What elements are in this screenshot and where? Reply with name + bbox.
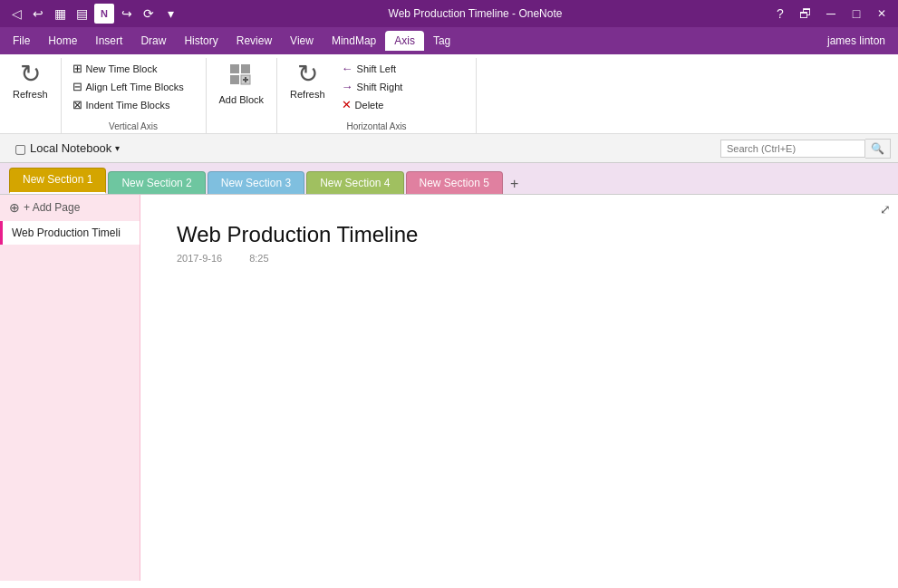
tab-new-section-2[interactable]: New Section 2 <box>108 171 205 194</box>
new-time-block-icon: ⊞ <box>72 62 82 75</box>
undo-icon[interactable]: ↩ <box>29 5 47 23</box>
shift-left-icon: ← <box>342 62 353 75</box>
menu-axis[interactable]: Axis <box>385 31 424 51</box>
window-title: Web Production Timeline - OneNote <box>179 7 771 20</box>
search-input[interactable] <box>720 140 865 158</box>
svg-rect-2 <box>230 75 239 84</box>
refresh-left-icon: ↻ <box>20 62 41 87</box>
shift-left-btn[interactable]: ← Shift Left <box>338 60 407 77</box>
page-time: 8:25 <box>249 253 268 264</box>
title-bar-left-icons: ◁ ↩ ▦ ▤ N ↪ ⟳ ▾ <box>7 4 179 24</box>
maximize-icon[interactable]: □ <box>847 5 865 23</box>
add-page-icon: ⊕ <box>9 200 20 215</box>
align-left-icon: ⊟ <box>72 80 82 93</box>
page-web-production[interactable]: Web Production Timeli <box>0 221 140 245</box>
vertical-axis-buttons: ⊞ New Time Block ⊟ Align Left Time Block… <box>69 58 188 120</box>
delete-btn[interactable]: ✕ Delete <box>338 96 407 113</box>
tab-new-section-3[interactable]: New Section 3 <box>208 171 304 194</box>
notebook-bar: ▢ Local Notebook ▾ 🔍 <box>0 134 898 163</box>
page-date: 2017-9-16 <box>177 253 222 264</box>
tab-new-section-5[interactable]: New Section 5 <box>406 171 503 194</box>
expand-btn[interactable]: ⤢ <box>880 202 891 217</box>
shift-right-icon: → <box>342 80 353 93</box>
add-block-icon <box>227 62 255 92</box>
ribbon-group-vertical-axis: ⊞ New Time Block ⊟ Align Left Time Block… <box>62 58 207 133</box>
back-icon[interactable]: ◁ <box>7 5 25 23</box>
title-bar-right-icons: ? 🗗 ─ □ ✕ <box>771 5 891 23</box>
menu-insert[interactable]: Insert <box>86 31 131 51</box>
menu-history[interactable]: History <box>175 31 227 51</box>
notebook-label[interactable]: ▢ Local Notebook ▾ <box>7 141 127 156</box>
ribbon: ↻ Refresh ⊞ New Time Block ⊟ Align Left … <box>0 54 898 134</box>
delete-icon: ✕ <box>342 98 352 111</box>
vertical-axis-label: Vertical Axis <box>69 120 198 133</box>
svg-rect-0 <box>230 64 239 73</box>
redo-icon[interactable]: ↪ <box>118 5 136 23</box>
shift-right-btn[interactable]: → Shift Right <box>338 78 407 95</box>
svg-rect-1 <box>241 64 250 73</box>
add-page-btn[interactable]: ⊕ + Add Page <box>0 195 140 220</box>
close-icon[interactable]: ✕ <box>873 5 891 23</box>
page-meta: 2017-9-16 8:25 <box>177 253 862 264</box>
menu-review[interactable]: Review <box>227 31 281 51</box>
ribbon-group-add-block: Add Block <box>207 58 278 133</box>
title-bar: ◁ ↩ ▦ ▤ N ↪ ⟳ ▾ Web Production Timeline … <box>0 0 898 27</box>
content-area: ⤢ Web Production Timeline 2017-9-16 8:25 <box>140 195 898 581</box>
add-page-label: + Add Page <box>24 201 80 214</box>
refresh-right-icon: ↻ <box>297 62 318 87</box>
minimize-icon[interactable]: ─ <box>822 5 840 23</box>
quick-access-icon[interactable]: ▾ <box>161 5 179 23</box>
refresh-group-label <box>7 130 53 133</box>
onenote-icon[interactable]: N <box>94 4 114 24</box>
menu-draw[interactable]: Draw <box>131 31 175 51</box>
replay-icon[interactable]: ⟳ <box>140 5 158 23</box>
vertical-axis-small-group: ⊞ New Time Block ⊟ Align Left Time Block… <box>69 58 188 113</box>
add-section-btn[interactable]: + <box>505 176 524 192</box>
ribbon-group-refresh: ↻ Refresh <box>0 58 62 133</box>
horizontal-axis-label: Horizontal Axis <box>285 120 468 133</box>
search-bar: 🔍 <box>720 139 891 159</box>
notebook-icon: ▢ <box>14 141 26 156</box>
refresh-right-btn[interactable]: ↻ Refresh <box>285 58 331 103</box>
notebook-dropdown-icon: ▾ <box>115 143 120 153</box>
user-name: james linton <box>818 31 894 51</box>
align-left-time-blocks-btn[interactable]: ⊟ Align Left Time Blocks <box>69 78 188 95</box>
menu-view[interactable]: View <box>281 31 323 51</box>
main-layout: ⊕ + Add Page Web Production Timeli ⤢ Web… <box>0 195 898 581</box>
ribbon-group-horizontal-axis: ↻ Refresh ← Shift Left → Shift Right ✕ D… <box>277 58 477 133</box>
help-icon[interactable]: ? <box>771 5 789 23</box>
add-block-group-label <box>214 130 270 133</box>
menu-bar: File Home Insert Draw History Review Vie… <box>0 27 898 54</box>
add-block-btn[interactable]: Add Block <box>214 58 270 109</box>
sidebar: ⊕ + Add Page Web Production Timeli <box>0 195 140 581</box>
tab-new-section-4[interactable]: New Section 4 <box>306 171 403 194</box>
indent-time-blocks-btn[interactable]: ⊠ Indent Time Blocks <box>69 96 188 113</box>
menu-home[interactable]: Home <box>39 31 86 51</box>
section-tabs: New Section 1 New Section 2 New Section … <box>0 163 898 195</box>
section-views-icon[interactable]: ▦ <box>51 5 69 23</box>
tab-new-section-1[interactable]: New Section 1 <box>9 168 106 194</box>
horizontal-small-group: ← Shift Left → Shift Right ✕ Delete <box>338 58 407 113</box>
notebook-name: Local Notebook <box>30 141 111 155</box>
menu-tag[interactable]: Tag <box>424 31 459 51</box>
restore-down-icon[interactable]: 🗗 <box>797 5 815 23</box>
new-time-block-btn[interactable]: ⊞ New Time Block <box>69 60 188 77</box>
search-button[interactable]: 🔍 <box>865 139 891 159</box>
menu-mindmap[interactable]: MindMap <box>323 31 385 51</box>
indent-icon: ⊠ <box>72 98 82 111</box>
page-list-icon[interactable]: ▤ <box>72 5 91 23</box>
menu-file[interactable]: File <box>4 31 39 51</box>
horizontal-axis-buttons: ↻ Refresh ← Shift Left → Shift Right ✕ D… <box>285 58 406 120</box>
refresh-left-btn[interactable]: ↻ Refresh <box>7 58 53 103</box>
page-title: Web Production Timeline <box>177 222 862 247</box>
